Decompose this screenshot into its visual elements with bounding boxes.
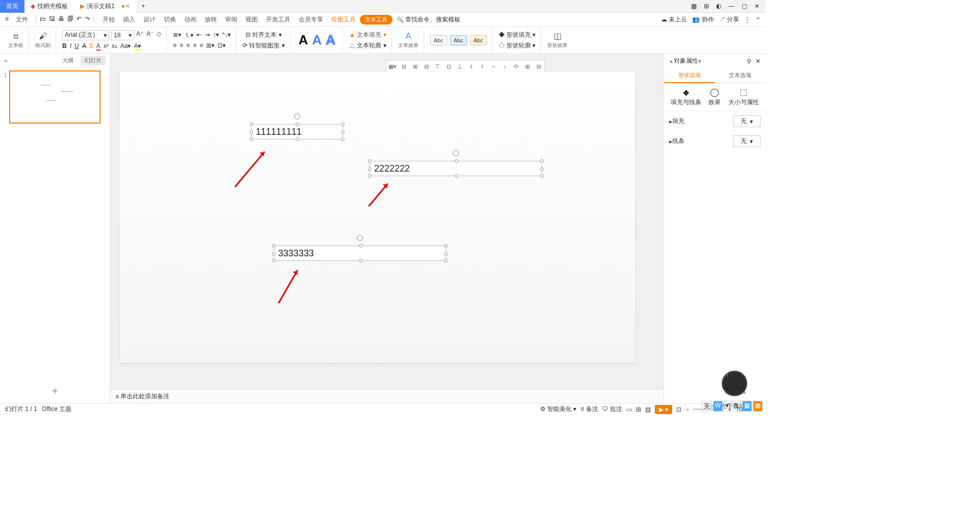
- menu-transition[interactable]: 切换: [160, 15, 180, 24]
- view-sorter-icon[interactable]: ⊞: [636, 406, 641, 413]
- ctx-ungroup-icon[interactable]: ⊟: [534, 62, 543, 71]
- smart-beautify-button[interactable]: ⚙ 智能美化 ▾: [540, 405, 577, 414]
- shape-style-3[interactable]: Abc: [470, 35, 487, 45]
- group-shape-effect[interactable]: ◫形状效果: [544, 29, 571, 52]
- menu-start[interactable]: 开始: [99, 15, 119, 24]
- qat-save[interactable]: 🖫: [49, 15, 55, 24]
- italic-button[interactable]: I: [70, 42, 71, 51]
- zoom-out-button[interactable]: −: [685, 406, 689, 413]
- align-dist-button[interactable]: ≡: [200, 42, 203, 49]
- align-text-button[interactable]: ⊟ 对齐文本 ▾: [246, 31, 282, 39]
- ctx-dist-h-icon[interactable]: ⫴: [467, 62, 476, 71]
- underline-button[interactable]: U: [75, 42, 79, 51]
- size-props-tab[interactable]: ⬚大小与属性: [728, 87, 759, 107]
- shape-outline-button[interactable]: ◇ 形状轮廓 ▾: [499, 41, 536, 50]
- text-direction-button[interactable]: ᴬ↓▾: [222, 31, 231, 40]
- menu-view[interactable]: 视图: [241, 15, 262, 24]
- align-right-button[interactable]: ≡: [186, 42, 190, 49]
- line-select[interactable]: 无▾: [733, 135, 761, 147]
- font-shrink-icon[interactable]: A⁻: [146, 30, 154, 40]
- ctx-align-bottom-icon[interactable]: ⊥: [455, 62, 464, 71]
- fill-select[interactable]: 无▾: [733, 115, 761, 127]
- font-color-button[interactable]: A: [96, 42, 101, 51]
- menu-text-tools[interactable]: 文本工具: [360, 15, 393, 25]
- numbering-button[interactable]: ⒈▾: [184, 31, 193, 40]
- ctx-align-right-icon[interactable]: ⊟: [422, 62, 431, 71]
- shape-fill-button[interactable]: ◆ 形状填充 ▾: [499, 31, 536, 39]
- font-name-select[interactable]: Arial (正文)▾: [62, 30, 109, 40]
- textbox-1[interactable]: 111111111: [251, 124, 343, 139]
- ctx-same-height-icon[interactable]: ↕: [500, 62, 509, 71]
- maximize-button[interactable]: ▢: [742, 3, 747, 10]
- outline-tab[interactable]: 大纲: [58, 56, 78, 65]
- shape-options-tab[interactable]: 形状选项: [664, 68, 715, 83]
- close-button[interactable]: ✕: [754, 3, 760, 10]
- collab-button[interactable]: 👥 协作: [692, 15, 714, 24]
- clear-format-icon[interactable]: ◇: [157, 30, 161, 40]
- file-menu[interactable]: 文件: [12, 15, 32, 24]
- apps-icon[interactable]: ⊞: [704, 3, 709, 10]
- close-panel-icon[interactable]: ✕: [755, 58, 761, 65]
- view-reading-icon[interactable]: ▤: [645, 406, 651, 413]
- menu-insert[interactable]: 插入: [119, 15, 139, 24]
- wordart-style-1[interactable]: A: [297, 32, 310, 48]
- subscript-button[interactable]: x₂: [112, 42, 117, 51]
- menu-icon[interactable]: ≡: [5, 15, 9, 24]
- wordart-style-2[interactable]: A: [310, 32, 324, 48]
- network-speed-widget[interactable]: ↑ 0K/s 73% ↓ 0.3K/s: [722, 371, 747, 396]
- collapse-panel-icon[interactable]: «: [4, 57, 8, 64]
- slides-tab[interactable]: 幻灯片: [81, 56, 106, 65]
- qat-open[interactable]: 🗁: [40, 15, 46, 24]
- group-text-effect[interactable]: A文本效果: [395, 29, 424, 52]
- slideshow-button[interactable]: ▶ ▾: [655, 405, 672, 414]
- share-button[interactable]: ↗ 分享: [719, 15, 739, 24]
- pin-icon[interactable]: ⚲: [747, 58, 751, 65]
- view-normal-icon[interactable]: ▭: [626, 406, 632, 413]
- tab-document[interactable]: ▶演示文稿1●✕: [74, 0, 136, 13]
- menu-design[interactable]: 设计: [139, 15, 160, 24]
- ctx-align-center-icon[interactable]: ⊞: [410, 62, 420, 71]
- slide-canvas[interactable]: 111111111 2222222 3333333: [119, 72, 635, 363]
- fill-line-tab[interactable]: ◆填充与线条: [671, 87, 701, 107]
- highlight-button[interactable]: A▾: [134, 42, 141, 51]
- rotate-handle-icon[interactable]: [453, 150, 459, 156]
- comments-button[interactable]: 🗨 批注: [602, 405, 622, 414]
- convert-smart-button[interactable]: ⟳ 转智能图形 ▾: [242, 41, 285, 50]
- rotate-handle-icon[interactable]: [294, 113, 300, 119]
- collapse-ribbon-icon[interactable]: ⌃: [755, 16, 761, 23]
- notes-bar[interactable]: ≡ 单击此处添加备注: [110, 389, 664, 403]
- bold-button[interactable]: B: [62, 42, 67, 51]
- qat-print[interactable]: 🖶: [58, 15, 64, 24]
- shape-style-1[interactable]: Abc: [430, 35, 447, 45]
- indent-dec-button[interactable]: ⇤: [197, 31, 202, 40]
- add-slide-button[interactable]: +: [52, 385, 58, 397]
- columns-button[interactable]: ⊞▾: [206, 42, 214, 49]
- tab-template[interactable]: ◆找稻壳模板: [24, 0, 74, 13]
- text-fill-button[interactable]: ▲ 文本填充 ▾: [349, 31, 386, 39]
- ctx-align-left-icon[interactable]: ⊟: [399, 62, 408, 71]
- grid-icon[interactable]: ▦: [691, 3, 697, 10]
- menu-review[interactable]: 审阅: [221, 15, 241, 24]
- user-icon[interactable]: ◐: [716, 3, 721, 10]
- group-format-painter[interactable]: 🖌格式刷: [32, 29, 56, 52]
- more-icon[interactable]: ⋮: [744, 16, 750, 23]
- ctx-align-top-icon[interactable]: ⊤: [433, 62, 442, 71]
- qat-redo[interactable]: ↷: [85, 15, 90, 24]
- align-left-button[interactable]: ≡: [173, 42, 177, 49]
- cloud-status[interactable]: ☁ 未上云: [661, 15, 687, 24]
- align-center-button[interactable]: ≡: [180, 42, 183, 49]
- close-tab-icon[interactable]: ✕: [125, 3, 130, 10]
- tab-new[interactable]: +: [136, 0, 151, 13]
- menu-dev[interactable]: 开发工具: [262, 15, 295, 24]
- ime-bar[interactable]: 英W▾✎▦▦: [702, 401, 763, 412]
- menu-draw-tools[interactable]: 绘图工具: [327, 15, 360, 24]
- superscript-button[interactable]: x²: [104, 42, 109, 51]
- qat-undo[interactable]: ↶: [77, 15, 82, 24]
- ctx-dist-v-icon[interactable]: ⫲: [478, 62, 487, 71]
- menu-animation[interactable]: 动画: [180, 15, 201, 24]
- line-spacing-button[interactable]: ↕▾: [213, 31, 219, 40]
- indent-inc-button[interactable]: ⇥: [205, 31, 210, 40]
- font-size-select[interactable]: 18▾: [111, 30, 134, 40]
- menu-vip[interactable]: 会员专享: [295, 15, 327, 24]
- text-options-tab[interactable]: 文本选项: [715, 68, 766, 83]
